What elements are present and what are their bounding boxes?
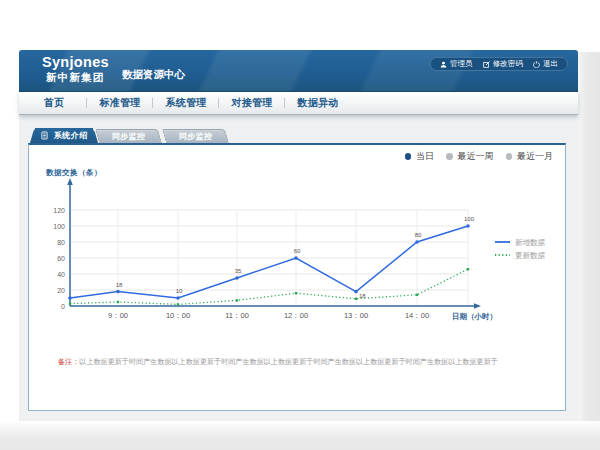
filter-today-label: 当日: [416, 152, 434, 161]
svg-text:日期（小时）: 日期（小时）: [452, 312, 497, 321]
main-nav: 首页 标准管理 系统管理 对接管理 数据异动: [19, 92, 578, 115]
svg-text:80: 80: [415, 232, 422, 238]
svg-text:0: 0: [61, 303, 65, 310]
radio-dot-icon: [405, 153, 412, 160]
svg-text:新增数据: 新增数据: [515, 238, 546, 247]
tab-label: 同步监控: [97, 129, 160, 143]
page-canvas: Synjones 新中新集团 数据资源中心 管理员 修改密码 退出: [0, 0, 600, 450]
line-chart: 0204060801001209：0010：0011：0012：0013：001…: [29, 145, 565, 410]
user-toolbar: 管理员 修改密码 退出: [430, 57, 568, 71]
user-account-label: 管理员: [450, 60, 473, 68]
content-area: 系统介绍 同步监控 同步监控 当日 最近一周: [19, 115, 578, 421]
power-icon: [533, 61, 540, 68]
change-password-label: 修改密码: [493, 60, 523, 68]
card-shadow-right: [578, 52, 600, 422]
nav-list: 首页 标准管理 系统管理 对接管理 数据异动: [19, 92, 578, 114]
svg-text:18: 18: [359, 293, 366, 299]
logout-button[interactable]: 退出: [533, 60, 558, 68]
footnote-text: 以上数据更新于时间产生数据以上数据更新于时间产生数据以上数据更新于时间产生数据以…: [79, 358, 498, 366]
svg-text:40: 40: [57, 271, 65, 278]
svg-text:60: 60: [57, 255, 65, 262]
filter-today[interactable]: 当日: [405, 152, 435, 161]
logo-text-en: Synjones: [42, 55, 109, 70]
document-icon: [41, 131, 48, 140]
radio-dot-icon: [446, 153, 453, 160]
logo-text-cn: 新中新集团: [46, 72, 109, 83]
nav-item-interface-mgmt[interactable]: 对接管理: [219, 92, 285, 114]
card-shadow-bottom: [0, 421, 600, 450]
range-filters: 当日 最近一周 最近一月: [405, 152, 554, 161]
svg-text:100: 100: [53, 223, 65, 230]
tab-system-intro[interactable]: 系统介绍: [29, 128, 99, 143]
svg-text:11：00: 11：00: [225, 311, 249, 320]
nav-item-data-change[interactable]: 数据异动: [285, 92, 351, 114]
tab-label: 同步监控: [164, 129, 227, 143]
chart-panel: 当日 最近一周 最近一月 数据交换（条） 0204060801001209：00…: [28, 143, 566, 411]
app-window: Synjones 新中新集团 数据资源中心 管理员 修改密码 退出: [19, 50, 578, 421]
svg-text:14：00: 14：00: [405, 311, 429, 320]
svg-text:20: 20: [57, 287, 65, 294]
filter-last-week[interactable]: 最近一周: [446, 152, 494, 161]
edit-icon: [483, 61, 490, 68]
tab-sync-monitor-1[interactable]: 同步监控: [97, 129, 160, 143]
app-header: Synjones 新中新集团 数据资源中心 管理员 修改密码 退出: [19, 50, 578, 92]
svg-text:9：00: 9：00: [108, 311, 128, 320]
logout-label: 退出: [543, 60, 558, 68]
radio-dot-icon: [506, 153, 513, 160]
user-account-button[interactable]: 管理员: [440, 60, 473, 68]
change-password-button[interactable]: 修改密码: [483, 60, 523, 68]
filter-last-month-label: 最近一月: [517, 152, 553, 161]
svg-text:10：00: 10：00: [166, 311, 190, 320]
company-logo: Synjones 新中新集团: [42, 55, 109, 82]
svg-text:100: 100: [464, 216, 475, 222]
nav-item-system-mgmt[interactable]: 系统管理: [153, 92, 219, 114]
tab-label-row: 系统介绍: [29, 128, 99, 143]
svg-text:120: 120: [53, 207, 65, 214]
user-icon: [440, 61, 447, 68]
tab-label: 系统介绍: [54, 130, 88, 141]
page-title: 数据资源中心: [122, 68, 185, 82]
svg-text:13：00: 13：00: [344, 311, 368, 320]
svg-text:更新数据: 更新数据: [515, 251, 546, 260]
y-axis-title: 数据交换（条）: [46, 168, 102, 178]
svg-text:12：00: 12：00: [284, 311, 308, 320]
svg-text:80: 80: [57, 239, 65, 246]
filter-last-month[interactable]: 最近一月: [506, 152, 554, 161]
footnote-prefix: 备注：: [58, 358, 79, 366]
svg-text:18: 18: [116, 282, 123, 288]
nav-item-standard-mgmt[interactable]: 标准管理: [87, 92, 153, 114]
tab-sync-monitor-2[interactable]: 同步监控: [164, 129, 227, 143]
svg-text:35: 35: [235, 268, 242, 274]
filter-last-week-label: 最近一周: [458, 152, 494, 161]
footnote: 备注：以上数据更新于时间产生数据以上数据更新于时间产生数据以上数据更新于时间产生…: [58, 357, 498, 367]
svg-text:60: 60: [294, 248, 301, 254]
svg-text:10: 10: [176, 288, 183, 294]
nav-item-home[interactable]: 首页: [21, 92, 87, 114]
